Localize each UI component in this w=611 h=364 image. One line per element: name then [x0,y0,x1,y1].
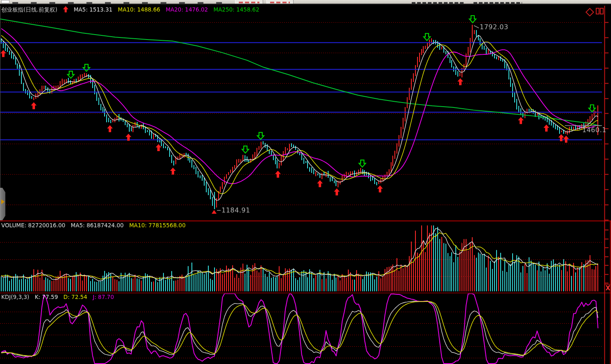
up-arrow-icon [63,6,68,14]
titlebar-text-clipped [412,2,464,4]
expand-arrow-icon [1,199,5,204]
low-price-label: 1184.91 [222,206,250,214]
main-chart-header: 创业板指(日线.前复权) MA5: 1513.31 MA10: 1488.66 … [1,6,263,14]
toolbar-button-2[interactable] [266,0,294,4]
symbol-title: 创业板指(日线.前复权) [1,6,57,13]
trading-app-window: 创业板指(日线.前复权) MA5: 1513.31 MA10: 1488.66 … [0,0,611,364]
kdj-j-value: J: 87.70 [93,294,114,300]
app-logo-icon[interactable] [1,0,9,3]
kdj-name: KDJ(9,3,3) [1,294,29,300]
sidebar-expand-tab[interactable] [0,188,5,220]
kdj-k-value: K: 77.59 [35,294,58,300]
last-price-label: 1460.1 [582,126,606,134]
ma5-value: MA5: 1513.31 [74,6,112,13]
menu-items-clipped[interactable] [12,2,226,4]
volume-header: VOLUME: 82720016.00 MA5: 86187424.00 MA1… [1,222,189,229]
toolbar-button-1[interactable] [235,0,263,4]
menu-bar[interactable] [0,0,611,5]
volume-ma5-value: MA5: 86187424.00 [71,222,124,229]
ma10-value: MA10: 1488.66 [118,6,160,13]
ma250-value: MA250: 1458.62 [213,6,259,13]
kdj-header: KDJ(9,3,3) K: 77.59 D: 72.54 J: 87.70 [1,294,118,300]
volume-value: VOLUME: 82720016.00 [1,222,65,229]
titlebar-text-clipped-2 [473,2,522,4]
high-price-label: 1792.03 [480,23,508,31]
close-indicator-button[interactable]: X [605,285,611,292]
ma20-value: MA20: 1476.02 [166,6,208,13]
restore-windows-icon[interactable] [596,8,605,15]
kdj-d-value: D: 72.54 [63,294,87,300]
chart-canvas[interactable] [0,0,611,364]
volume-ma10-value: MA10: 77815568.00 [129,222,186,229]
